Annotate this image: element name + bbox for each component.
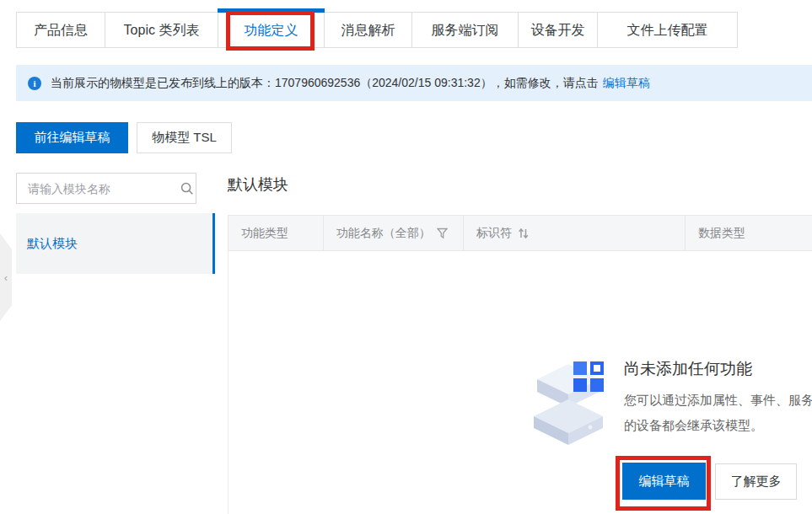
empty-state-title: 尚未添加任何功能 [624, 358, 752, 380]
module-search-input[interactable] [17, 182, 180, 195]
sidebar-collapse-handle[interactable]: ‹ [0, 233, 12, 321]
empty-module-icon [530, 359, 608, 448]
tab-file-upload-config[interactable]: 文件上传配置 [598, 13, 737, 47]
info-banner: i 当前展示的物模型是已发布到线上的版本：1707960692536（2024/… [16, 65, 812, 101]
edit-draft-button[interactable]: 编辑草稿 [622, 463, 706, 500]
module-search-box [16, 173, 196, 204]
tab-function-definition[interactable]: 功能定义 [218, 13, 325, 47]
info-icon: i [28, 77, 41, 90]
go-edit-draft-button[interactable]: 前往编辑草稿 [16, 122, 128, 153]
chevron-left-icon: ‹ [4, 271, 8, 284]
sort-icon[interactable] [518, 228, 529, 239]
column-label: 标识符 [476, 226, 512, 241]
empty-state-description-line2: 的设备都会继承该模型。 [624, 418, 763, 434]
sidebar-item-default-module[interactable]: 默认模块 [16, 213, 215, 274]
banner-edit-draft-link[interactable]: 编辑草稿 [603, 76, 650, 91]
tab-device-development[interactable]: 设备开发 [519, 13, 598, 47]
module-heading: 默认模块 [228, 174, 288, 195]
info-banner-text: 当前展示的物模型是已发布到线上的版本：1707960692536（2024/02… [51, 76, 599, 91]
empty-state-description-line1: 您可以通过添加属性、事件、服务来 [624, 393, 812, 409]
tab-message-parsing[interactable]: 消息解析 [325, 13, 412, 47]
tab-product-info[interactable]: 产品信息 [17, 13, 105, 47]
column-function-name: 功能名称（全部） [323, 216, 463, 250]
tsl-model-button[interactable]: 物模型 TSL [137, 122, 232, 153]
column-label: 功能类型 [241, 226, 288, 241]
column-label: 功能名称（全部） [336, 226, 431, 241]
filter-icon[interactable] [437, 228, 448, 239]
tab-bar: 产品信息 Topic 类列表 功能定义 消息解析 服务端订阅 设备开发 文件上传… [16, 12, 738, 48]
tab-server-subscription[interactable]: 服务端订阅 [412, 13, 519, 47]
column-data-type: 数据类型 [685, 216, 812, 250]
learn-more-button[interactable]: 了解更多 [715, 463, 797, 500]
sidebar-item-label: 默认模块 [27, 236, 78, 252]
page: 产品信息 Topic 类列表 功能定义 消息解析 服务端订阅 设备开发 文件上传… [0, 0, 812, 514]
column-function-type: 功能类型 [229, 216, 323, 250]
tab-topic-class-list[interactable]: Topic 类列表 [105, 13, 218, 47]
function-table-header: 功能类型 功能名称（全部） 标识符 数据类型 [228, 215, 812, 251]
column-label: 数据类型 [698, 226, 745, 241]
column-identifier: 标识符 [463, 216, 685, 250]
search-icon[interactable] [180, 182, 194, 195]
